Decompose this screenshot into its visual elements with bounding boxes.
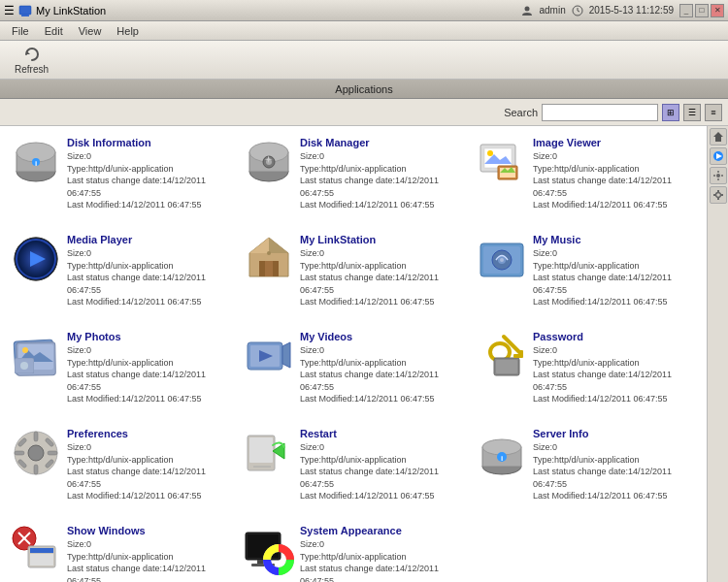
sidebar-settings-button[interactable]	[710, 167, 727, 184]
app-name-preferences: Preferences	[67, 428, 230, 439]
app-name-password: Password	[533, 331, 696, 342]
app-meta-my-linkstation: Size:0Type:http/d/unix-applicationLast s…	[300, 247, 463, 308]
grid-view-button[interactable]: ⊞	[662, 104, 679, 121]
svg-point-2	[525, 6, 530, 11]
app-name-media-player: Media Player	[67, 234, 230, 245]
app-info-restart: RestartSize:0Type:http/d/unix-applicatio…	[300, 428, 463, 502]
app-meta-my-music: Size:0Type:http/d/unix-applicationLast s…	[533, 247, 696, 308]
menu-view[interactable]: View	[71, 23, 110, 39]
app-meta-media-player: Size:0Type:http/d/unix-applicationLast s…	[67, 247, 230, 308]
minimize-button[interactable]: _	[679, 4, 693, 17]
app-item-my-linkstation[interactable]: My LinkStationSize:0Type:http/d/unix-app…	[237, 227, 470, 324]
sidebar-play-button[interactable]	[710, 147, 727, 165]
app-titlebar: Applications	[0, 80, 728, 99]
menu-edit[interactable]: Edit	[37, 23, 71, 39]
svg-point-56	[28, 445, 44, 461]
sidebar-gear-button[interactable]	[710, 186, 727, 204]
app-item-my-photos[interactable]: My PhotosSize:0Type:http/d/unix-applicat…	[4, 324, 237, 421]
my-videos-icon	[244, 331, 294, 381]
app-name-disk-manager: Disk Manager	[300, 137, 463, 148]
svg-rect-54	[519, 350, 523, 358]
settings-icon	[712, 170, 724, 181]
disk-info-icon: i	[11, 137, 61, 187]
svg-rect-60	[48, 451, 57, 455]
app-meta-my-videos: Size:0Type:http/d/unix-applicationLast s…	[300, 344, 463, 405]
preferences-icon	[11, 428, 61, 478]
svg-rect-59	[15, 451, 24, 455]
app-item-system-appearance[interactable]: System AppearanceSize:0Type:http/d/unix-…	[237, 518, 470, 582]
show-windows-icon	[11, 525, 61, 575]
detail-view-button[interactable]: ≡	[705, 104, 722, 121]
app-info-my-photos: My PhotosSize:0Type:http/d/unix-applicat…	[67, 331, 230, 405]
menubar: File Edit View Help	[0, 21, 728, 41]
app-name-server-info: Server Info	[533, 428, 696, 439]
app-item-show-windows[interactable]: Show WindowsSize:0Type:http/d/unix-appli…	[4, 518, 237, 582]
list-view-button[interactable]: ☰	[683, 104, 701, 121]
app-meta-system-appearance: Size:0Type:http/d/unix-applicationLast s…	[300, 538, 463, 582]
refresh-button[interactable]: Refresh	[8, 42, 55, 78]
refresh-label: Refresh	[15, 64, 49, 75]
menu-icon[interactable]: ☰	[4, 4, 15, 17]
user-icon	[521, 5, 533, 16]
play-icon	[712, 150, 724, 162]
searchbar: Search ⊞ ☰ ≡	[0, 99, 728, 126]
app-meta-my-photos: Size:0Type:http/d/unix-applicationLast s…	[67, 344, 230, 405]
svg-rect-0	[19, 6, 31, 15]
app-item-my-music[interactable]: My MusicSize:0Type:http/d/unix-applicati…	[470, 227, 703, 324]
svg-rect-1	[21, 15, 29, 16]
app-item-my-videos[interactable]: My VideosSize:0Type:http/d/unix-applicat…	[237, 324, 470, 421]
disk-manager-icon	[244, 137, 294, 187]
right-sidebar	[707, 126, 728, 582]
search-label: Search	[504, 107, 538, 118]
svg-text:i: i	[501, 454, 503, 463]
app-item-disk-manager[interactable]: Disk ManagerSize:0Type:http/d/unix-appli…	[237, 130, 470, 227]
app-name-my-linkstation: My LinkStation	[300, 234, 463, 245]
svg-marker-47	[282, 342, 290, 368]
app-info-disk-info: Disk InformationSize:0Type:http/d/unix-a…	[67, 137, 230, 211]
search-input[interactable]	[542, 104, 658, 121]
titlebar-user: admin	[539, 5, 565, 16]
svg-point-45	[20, 362, 28, 370]
svg-rect-79	[30, 554, 53, 566]
sidebar-home-button[interactable]	[710, 128, 727, 146]
app-meta-server-info: Size:0Type:http/d/unix-applicationLast s…	[533, 441, 696, 502]
app-item-media-player[interactable]: Media PlayerSize:0Type:http/d/unix-appli…	[4, 227, 237, 324]
svg-point-88	[716, 174, 720, 178]
my-linkstation-icon	[244, 234, 294, 284]
app-name-image-viewer: Image Viewer	[533, 137, 696, 148]
app-item-disk-info[interactable]: i Disk InformationSize:0Type:http/d/unix…	[4, 130, 237, 227]
titlebar: ☰ My LinkStation admin 2015-5-13 11:12:5…	[0, 0, 728, 21]
clock-icon	[572, 5, 583, 16]
app-item-password[interactable]: PasswordSize:0Type:http/d/unix-applicati…	[470, 324, 703, 421]
app-name-my-music: My Music	[533, 234, 696, 245]
refresh-icon	[22, 45, 42, 64]
app-name-my-photos: My Photos	[67, 331, 230, 342]
menu-help[interactable]: Help	[109, 23, 147, 39]
app-info-my-linkstation: My LinkStationSize:0Type:http/d/unix-app…	[300, 234, 463, 308]
titlebar-right: admin 2015-5-13 11:12:59 _ □ ✕	[521, 4, 724, 17]
my-music-icon	[477, 234, 527, 284]
toolbar: Refresh	[0, 41, 728, 80]
app-titlebar-text: Applications	[335, 83, 392, 95]
app-info-my-music: My MusicSize:0Type:http/d/unix-applicati…	[533, 234, 696, 308]
svg-point-38	[500, 258, 504, 262]
app-logo-icon	[18, 4, 32, 17]
app-item-image-viewer[interactable]: Image ViewerSize:0Type:http/d/unix-appli…	[470, 130, 703, 227]
gear-icon	[712, 189, 724, 201]
titlebar-left: ☰ My LinkStation	[4, 4, 106, 17]
app-meta-restart: Size:0Type:http/d/unix-applicationLast s…	[300, 441, 463, 502]
app-info-password: PasswordSize:0Type:http/d/unix-applicati…	[533, 331, 696, 405]
app-item-preferences[interactable]: PreferencesSize:0Type:http/d/unix-applic…	[4, 421, 237, 518]
app-info-my-videos: My VideosSize:0Type:http/d/unix-applicat…	[300, 331, 463, 405]
system-appearance-icon	[244, 525, 294, 575]
close-button[interactable]: ✕	[711, 4, 724, 17]
app-item-restart[interactable]: RestartSize:0Type:http/d/unix-applicatio…	[237, 421, 470, 518]
app-item-server-info[interactable]: i Server InfoSize:0Type:http/d/unix-appl…	[470, 421, 703, 518]
menu-file[interactable]: File	[4, 23, 37, 39]
titlebar-title: My LinkStation	[36, 5, 106, 16]
maximize-button[interactable]: □	[695, 4, 709, 17]
svg-rect-52	[496, 360, 517, 373]
main-area: i Disk InformationSize:0Type:http/d/unix…	[0, 126, 728, 582]
app-info-preferences: PreferencesSize:0Type:http/d/unix-applic…	[67, 428, 230, 502]
restart-icon	[244, 428, 294, 478]
